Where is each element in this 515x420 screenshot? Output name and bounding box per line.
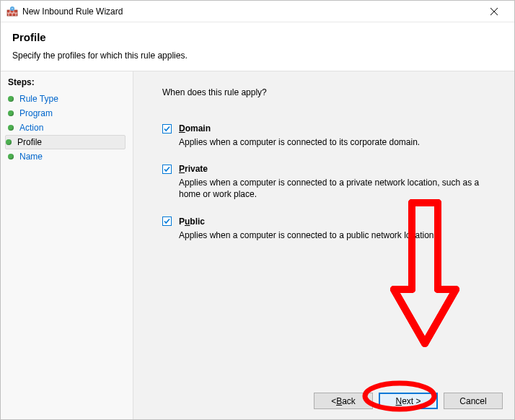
question-text: When does this rule apply? [162, 87, 496, 97]
bullet-icon [6, 139, 12, 145]
step-label: Profile [17, 137, 42, 147]
wizard-header: Profile Specify the profiles for which t… [1, 22, 514, 71]
step-program[interactable]: Program [8, 106, 126, 121]
steps-heading: Steps: [8, 77, 126, 87]
label-public: Public [179, 216, 205, 227]
desc-domain: Applies when a computer is connected to … [179, 136, 482, 148]
check-icon [163, 125, 171, 133]
back-button[interactable]: < Back [314, 393, 373, 409]
wizard-window: New Inbound Rule Wizard Profile Specify … [0, 0, 515, 420]
step-label: Name [19, 152, 43, 162]
titlebar: New Inbound Rule Wizard [1, 1, 514, 22]
option-public: Public Applies when a computer is connec… [162, 216, 496, 241]
steps-sidebar: Steps: Rule Type Program Action Profile … [1, 71, 133, 419]
label-domain: Domain [179, 123, 211, 134]
step-action[interactable]: Action [8, 121, 126, 135]
desc-private: Applies when a computer is connected to … [179, 177, 482, 200]
check-icon [163, 217, 171, 225]
wizard-body: Steps: Rule Type Program Action Profile … [1, 71, 514, 419]
window-title: New Inbound Rule Wizard [22, 6, 480, 17]
step-profile[interactable]: Profile [5, 135, 126, 149]
next-button[interactable]: Next > [379, 393, 438, 409]
step-label: Program [19, 108, 53, 118]
checkbox-public[interactable] [162, 216, 172, 226]
step-name[interactable]: Name [8, 149, 126, 164]
bullet-icon [8, 110, 14, 116]
option-private: Private Applies when a computer is conne… [162, 164, 496, 200]
wizard-buttons: < Back Next > Cancel [314, 393, 503, 409]
check-icon [163, 165, 171, 173]
bullet-icon [8, 154, 14, 159]
checkbox-domain[interactable] [162, 124, 172, 134]
close-icon [490, 8, 498, 15]
close-button[interactable] [480, 1, 509, 22]
bullet-icon [8, 96, 14, 102]
page-title: Profile [12, 31, 503, 43]
page-subtitle: Specify the profiles for which this rule… [12, 51, 503, 61]
bullet-icon [8, 125, 14, 131]
cancel-button[interactable]: Cancel [444, 393, 503, 409]
main-panel: When does this rule apply? Domain Applie… [133, 71, 514, 419]
desc-public: Applies when a computer is connected to … [179, 229, 482, 241]
option-domain: Domain Applies when a computer is connec… [162, 123, 496, 148]
step-rule-type[interactable]: Rule Type [8, 92, 126, 106]
label-private: Private [179, 164, 208, 174]
step-label: Rule Type [19, 94, 58, 104]
checkbox-private[interactable] [162, 165, 172, 174]
step-label: Action [19, 123, 43, 133]
firewall-icon [6, 6, 18, 17]
